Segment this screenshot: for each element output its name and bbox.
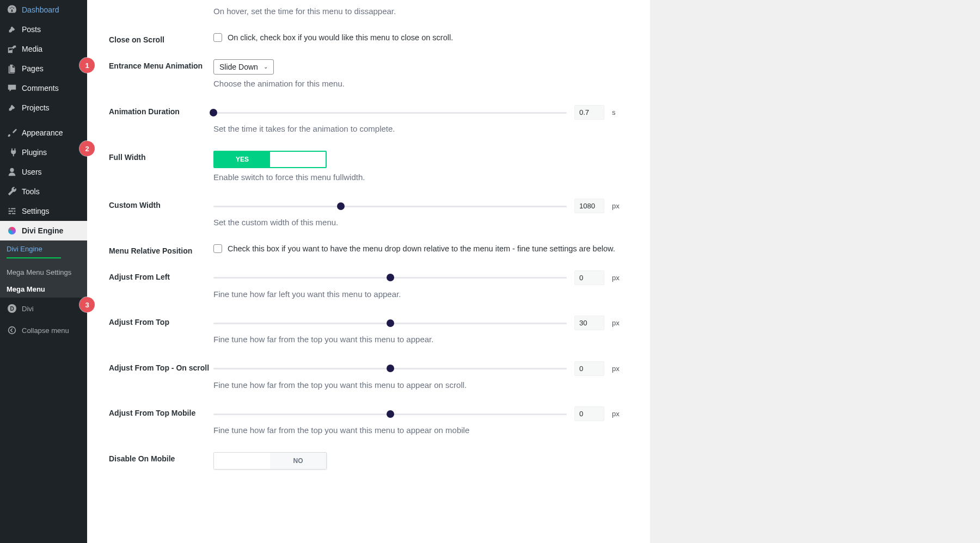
select-entrance-animation[interactable]: Slide Down ⌄ <box>213 59 274 75</box>
input-animation-duration[interactable]: 0.7 <box>574 105 604 120</box>
help-text-full-width: Enable switch to force this menu fullwid… <box>213 171 623 184</box>
toggle-no-label: NO <box>270 453 326 469</box>
help-text-close-on-scroll: On click, check box if you would like th… <box>228 33 453 42</box>
svg-point-0 <box>9 327 16 334</box>
sidebar-item-divi[interactable]: D Divi <box>0 298 87 319</box>
label-adjust-top-scroll: Adjust From Top - On scroll <box>109 361 213 372</box>
sidebar-item-label: Divi <box>22 305 34 313</box>
toggle-blank <box>214 453 270 469</box>
slider-thumb[interactable] <box>337 202 345 210</box>
help-text-adjust-top: Fine tune how far from the top you want … <box>213 334 623 346</box>
label-animation-duration: Animation Duration <box>109 105 213 116</box>
slider-adjust-top-scroll[interactable] <box>213 366 567 371</box>
sidebar-item-label: Tools <box>22 187 40 196</box>
pages-icon <box>7 63 17 74</box>
main-area: 1 2 3 On hover, set the time for this me… <box>87 0 980 543</box>
sidebar-item-tools[interactable]: Tools <box>0 182 87 201</box>
input-adjust-top-scroll[interactable]: 0 <box>574 361 604 376</box>
slider-thumb[interactable] <box>387 274 394 281</box>
sidebar-item-posts[interactable]: Posts <box>0 20 87 39</box>
sidebar-item-projects[interactable]: Projects <box>0 98 87 118</box>
label-close-on-scroll: Close on Scroll <box>109 33 213 44</box>
sidebar-item-media[interactable]: Media <box>0 39 87 59</box>
label-entrance-animation: Entrance Menu Animation <box>109 59 213 70</box>
slider-thumb[interactable] <box>387 319 394 327</box>
help-text-hover-time: On hover, set the time for this menu to … <box>213 5 623 18</box>
sidebar-subitem-mega-menu[interactable]: Mega Menu <box>0 281 87 298</box>
input-custom-width[interactable]: 1080 <box>574 199 604 213</box>
unit-label: px <box>612 202 623 210</box>
callout-badge-3: 3 <box>79 297 95 312</box>
label-custom-width: Custom Width <box>109 199 213 209</box>
sidebar-item-collapse[interactable]: Collapse menu <box>0 319 87 341</box>
slider-thumb[interactable] <box>387 410 394 418</box>
help-text-adjust-top-scroll: Fine tune how far from the top you want … <box>213 379 623 392</box>
sidebar-submenu: Divi Engine Mega Menu Settings Mega Menu <box>0 240 87 298</box>
collapse-icon <box>7 325 17 336</box>
chevron-down-icon: ⌄ <box>264 64 268 70</box>
comment-icon <box>7 83 17 94</box>
sidebar-item-divi-engine[interactable]: Divi Engine <box>0 221 87 240</box>
sidebar-subitem-mega-menu-settings[interactable]: Mega Menu Settings <box>0 264 87 281</box>
sidebar-item-label: Users <box>22 168 42 176</box>
sidebar-item-users[interactable]: Users <box>0 162 87 182</box>
slider-thumb[interactable] <box>387 365 394 372</box>
label-adjust-left: Adjust From Left <box>109 270 213 281</box>
sidebar-item-comments[interactable]: Comments <box>0 78 87 98</box>
slider-adjust-top-mobile[interactable] <box>213 411 567 417</box>
unit-label: px <box>612 365 623 373</box>
help-text-animation-duration: Set the time it takes for the animation … <box>213 123 623 135</box>
sidebar-item-dashboard[interactable]: Dashboard <box>0 0 87 20</box>
settings-panel: 1 2 3 On hover, set the time for this me… <box>87 0 650 543</box>
sidebar-item-pages[interactable]: Pages <box>0 59 87 78</box>
sidebar-item-label: Settings <box>22 207 50 215</box>
checkbox-menu-relative[interactable] <box>213 244 222 253</box>
plug-icon <box>7 147 17 158</box>
sidebar-item-label: Media <box>22 45 42 53</box>
unit-label: px <box>612 410 623 418</box>
select-value: Slide Down <box>219 63 258 71</box>
sidebar-item-label: Posts <box>22 25 41 34</box>
slider-thumb[interactable] <box>210 109 217 116</box>
unit-label: px <box>612 319 623 327</box>
user-icon <box>7 166 17 177</box>
sidebar-item-settings[interactable]: Settings <box>0 201 87 221</box>
label-adjust-top-mobile: Adjust From Top Mobile <box>109 406 213 417</box>
label-disable-mobile: Disable On Mobile <box>109 452 213 463</box>
sliders-icon <box>7 206 17 217</box>
callout-badge-2: 2 <box>79 141 95 156</box>
callout-badge-1: 1 <box>79 58 95 73</box>
toggle-disable-mobile[interactable]: NO <box>213 452 327 470</box>
sidebar-item-label: Plugins <box>22 148 47 157</box>
slider-custom-width[interactable] <box>213 203 567 209</box>
input-adjust-left[interactable]: 0 <box>574 270 604 285</box>
slider-adjust-left[interactable] <box>213 275 567 280</box>
label-adjust-top: Adjust From Top <box>109 316 213 326</box>
sidebar-item-plugins[interactable]: Plugins <box>0 143 87 162</box>
sidebar-item-appearance[interactable]: Appearance <box>0 123 87 143</box>
toggle-yes-label: YES <box>215 152 270 167</box>
toggle-full-width[interactable]: YES <box>213 151 327 168</box>
media-icon <box>7 44 17 54</box>
pin-icon <box>7 102 17 113</box>
input-adjust-top[interactable]: 30 <box>574 316 604 330</box>
slider-animation-duration[interactable] <box>213 110 567 115</box>
sidebar-item-label: Pages <box>22 64 44 73</box>
sidebar-item-label: Appearance <box>22 128 63 137</box>
help-text-menu-relative: Check this box if you want to have the m… <box>228 244 615 253</box>
wrench-icon <box>7 186 17 197</box>
slider-adjust-top[interactable] <box>213 320 567 326</box>
checkbox-close-on-scroll[interactable] <box>213 33 222 42</box>
help-text-adjust-top-mobile: Fine tune how far from the top you want … <box>213 424 623 437</box>
sidebar-item-label: Collapse menu <box>22 326 69 335</box>
sidebar-item-label: Projects <box>22 103 50 112</box>
sidebar-subitem-divi-engine[interactable]: Divi Engine <box>0 240 87 257</box>
help-text-adjust-left: Fine tune how far left you want this men… <box>213 288 623 301</box>
help-text-custom-width: Set the custom width of this menu. <box>213 217 623 229</box>
label-full-width: Full Width <box>109 151 213 162</box>
brush-icon <box>7 127 17 138</box>
input-adjust-top-mobile[interactable]: 0 <box>574 406 604 421</box>
admin-sidebar: Dashboard Posts Media Pages Comments Pro… <box>0 0 87 543</box>
divi-icon: D <box>7 303 17 314</box>
unit-label: px <box>612 274 623 282</box>
